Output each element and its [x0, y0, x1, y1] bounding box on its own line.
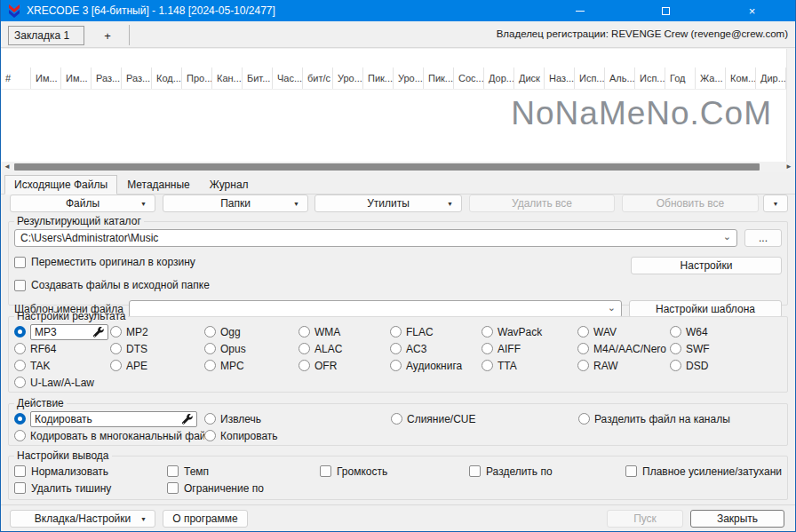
format-radio-option[interactable]: SWF	[670, 340, 782, 357]
column-header[interactable]: Про...	[182, 67, 212, 89]
column-header[interactable]: Им...	[61, 67, 92, 89]
add-tab-button[interactable]: +	[97, 26, 118, 45]
format-radio-option[interactable]: WavPack	[482, 323, 577, 340]
output-option-checkbox[interactable]: Ограничение по	[167, 480, 320, 496]
column-header[interactable]: Год	[665, 67, 696, 89]
action-radio-option[interactable]: Копировать	[204, 427, 391, 444]
column-header[interactable]: бит/с	[303, 67, 333, 89]
format-radio-option[interactable]: Opus	[204, 340, 298, 357]
format-radio-option[interactable]: AIFF	[482, 340, 577, 357]
horizontal-scrollbar[interactable]: ◄ ►	[1, 162, 795, 172]
checkbox-icon	[14, 257, 26, 268]
output-option-checkbox[interactable]: Удалить тишину	[14, 480, 167, 496]
column-header[interactable]: Ком...	[726, 67, 756, 89]
vertical-scrollbar[interactable]	[786, 49, 795, 162]
format-radio-option[interactable]: WMA	[298, 323, 390, 340]
action-radio-option[interactable]: Кодировать	[14, 410, 204, 427]
column-header[interactable]: Кан...	[212, 67, 243, 89]
tab-bookmark-1[interactable]: Закладка 1	[8, 26, 84, 45]
format-label: DTS	[126, 343, 147, 355]
format-label: APE	[126, 360, 147, 372]
column-header[interactable]: Раз...	[122, 67, 152, 89]
output-option-checkbox[interactable]: Нормализовать	[14, 463, 167, 480]
close-icon[interactable]: ×	[737, 0, 768, 21]
title-bar: XRECODE 3 [64-битный] - 1.148 [2024-05-1…	[1, 0, 795, 21]
scroll-right-icon[interactable]: ►	[783, 162, 795, 172]
format-radio-option[interactable]: MP3	[14, 323, 110, 340]
view-tab[interactable]: Исходящие Файлы	[4, 175, 117, 195]
format-radio-option[interactable]: OFR	[298, 357, 390, 374]
view-tab[interactable]: Журнал	[200, 174, 259, 194]
action-radio-option[interactable]: Извлечь	[204, 410, 391, 427]
column-header[interactable]: Пик...	[363, 67, 394, 89]
format-radio-option[interactable]: DTS	[110, 340, 204, 357]
tab-settings-button[interactable]: Вкладка/Настройки ▼	[10, 510, 155, 528]
browse-button[interactable]: ...	[744, 229, 782, 247]
folders-button[interactable]: Папки ▼	[163, 195, 308, 212]
output-option-checkbox[interactable]: Темп	[167, 463, 320, 480]
format-radio-option[interactable]: Аудиокнига	[390, 357, 482, 374]
format-radio-option[interactable]: Ogg	[204, 323, 298, 340]
settings-button[interactable]: Настройки	[631, 257, 782, 274]
column-header[interactable]: Диск	[514, 67, 545, 89]
column-header[interactable]: Бит...	[243, 67, 273, 89]
column-header[interactable]: Наз...	[545, 67, 575, 89]
format-radio-option[interactable]: DSD	[670, 357, 782, 374]
radio-icon	[390, 326, 402, 337]
column-header[interactable]: Пик...	[424, 67, 454, 89]
action-radio-option[interactable]: Кодировать в многоканальный файл	[14, 427, 204, 444]
view-tab[interactable]: Метаданные	[117, 174, 200, 194]
scrollbar-thumb[interactable]	[14, 163, 760, 171]
column-header[interactable]: Исп...	[575, 67, 605, 89]
output-option-checkbox[interactable]: Разделить по	[469, 463, 625, 480]
format-radio-option[interactable]: ALAC	[298, 340, 390, 357]
maximize-icon[interactable]	[651, 0, 681, 21]
format-radio-option[interactable]: TTA	[482, 357, 577, 374]
create-in-source-checkbox[interactable]: Создавать файлы в исходной папке	[14, 277, 782, 293]
file-list-table[interactable]: # Им... Им... Раз... Раз...	[1, 49, 795, 162]
action-radio-option[interactable]: Разделить файл на каналы	[578, 410, 782, 427]
format-radio-option[interactable]: MP2	[110, 323, 204, 340]
format-radio-option[interactable]: WAV	[577, 323, 670, 340]
format-radio-option[interactable]: APE	[110, 357, 204, 374]
more-actions-button[interactable]: ▼	[763, 195, 788, 212]
column-header[interactable]: Уро...	[394, 67, 424, 89]
column-header[interactable]: Им...	[31, 67, 61, 89]
format-label: MP2	[126, 326, 148, 338]
column-header[interactable]: Дир...	[756, 67, 786, 89]
output-path-combobox[interactable]: C:\Users\Administrator\Music ⌄	[14, 229, 737, 247]
column-header[interactable]: Уро...	[333, 67, 363, 89]
about-button[interactable]: О программе	[163, 510, 248, 528]
format-radio-option[interactable]: FLAC	[390, 323, 482, 340]
format-radio-option[interactable]: M4A/AAC/Nero	[577, 340, 670, 357]
wrench-icon[interactable]	[93, 327, 104, 337]
scroll-left-icon[interactable]: ◄	[1, 162, 13, 172]
radio-icon	[14, 413, 26, 425]
column-header[interactable]: Код...	[152, 67, 182, 89]
wrench-icon[interactable]	[182, 414, 193, 425]
format-radio-option[interactable]: TAK	[14, 357, 110, 374]
format-radio-option[interactable]: MPC	[204, 357, 298, 374]
column-header[interactable]: Исп...	[635, 67, 665, 89]
column-header[interactable]: Дор...	[484, 67, 514, 89]
radio-icon	[14, 430, 26, 441]
column-header[interactable]: Час...	[273, 67, 303, 89]
format-radio-option[interactable]: W64	[670, 323, 782, 340]
column-header[interactable]: Аль...	[605, 67, 635, 89]
format-radio-option[interactable]: RAW	[577, 357, 670, 374]
format-radio-option[interactable]: U-Law/A-Law	[14, 374, 110, 391]
output-option-checkbox[interactable]: Плавное усиление/затухание	[625, 463, 782, 480]
action-radio-option[interactable]: Слияние/CUE	[391, 410, 578, 427]
column-header[interactable]: Сос...	[454, 67, 484, 89]
files-button[interactable]: Файлы ▼	[10, 195, 155, 212]
column-header[interactable]: Жа...	[696, 67, 726, 89]
close-button[interactable]: Закрыть	[690, 510, 784, 528]
column-header[interactable]: Раз...	[92, 67, 122, 89]
refresh-all-button-label: Обновить все	[657, 197, 725, 210]
format-radio-option[interactable]: AC3	[390, 340, 482, 357]
output-option-checkbox[interactable]: Громкость	[320, 463, 469, 480]
format-radio-option[interactable]: RF64	[14, 340, 110, 357]
column-header[interactable]: #	[1, 67, 31, 89]
utilities-button[interactable]: Утилиты ▼	[314, 195, 462, 212]
minimize-icon[interactable]	[565, 0, 595, 21]
